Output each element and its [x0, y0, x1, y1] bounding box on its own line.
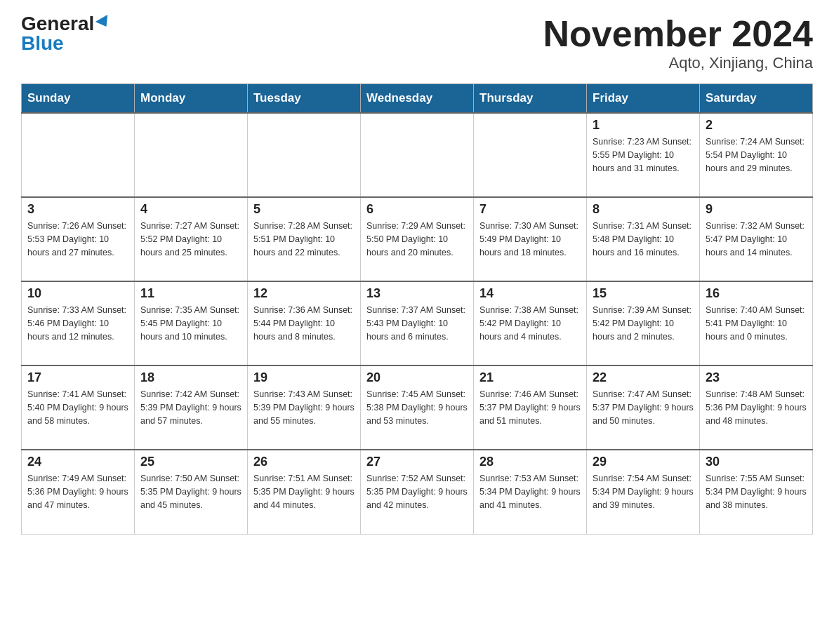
calendar-cell: 7Sunrise: 7:30 AM Sunset: 5:49 PM Daylig… [474, 197, 587, 281]
day-number: 7 [479, 202, 581, 217]
day-number: 11 [140, 286, 241, 301]
day-info: Sunrise: 7:42 AM Sunset: 5:39 PM Dayligh… [140, 388, 241, 427]
calendar-cell: 18Sunrise: 7:42 AM Sunset: 5:39 PM Dayli… [135, 365, 248, 450]
calendar-cell: 25Sunrise: 7:50 AM Sunset: 5:35 PM Dayli… [135, 450, 248, 534]
calendar-cell: 16Sunrise: 7:40 AM Sunset: 5:41 PM Dayli… [700, 281, 813, 365]
day-number: 23 [706, 370, 807, 385]
day-number: 9 [706, 202, 807, 217]
calendar-cell: 15Sunrise: 7:39 AM Sunset: 5:42 PM Dayli… [587, 281, 700, 365]
day-number: 26 [253, 455, 355, 469]
calendar-cell: 24Sunrise: 7:49 AM Sunset: 5:36 PM Dayli… [22, 450, 135, 534]
calendar-cell [22, 113, 135, 197]
calendar-cell: 19Sunrise: 7:43 AM Sunset: 5:39 PM Dayli… [248, 365, 361, 450]
day-number: 1 [593, 118, 694, 133]
calendar-cell: 29Sunrise: 7:54 AM Sunset: 5:34 PM Dayli… [587, 450, 700, 534]
day-number: 2 [706, 118, 807, 133]
calendar-cell: 8Sunrise: 7:31 AM Sunset: 5:48 PM Daylig… [587, 197, 700, 281]
day-number: 21 [479, 370, 581, 385]
day-info: Sunrise: 7:27 AM Sunset: 5:52 PM Dayligh… [140, 220, 241, 259]
day-info: Sunrise: 7:31 AM Sunset: 5:48 PM Dayligh… [593, 220, 694, 259]
calendar-cell: 17Sunrise: 7:41 AM Sunset: 5:40 PM Dayli… [22, 365, 135, 450]
day-info: Sunrise: 7:28 AM Sunset: 5:51 PM Dayligh… [253, 220, 355, 259]
day-number: 16 [706, 286, 807, 301]
calendar-title: November 2024 [543, 14, 813, 54]
day-number: 12 [253, 286, 355, 301]
calendar-week-row: 10Sunrise: 7:33 AM Sunset: 5:46 PM Dayli… [22, 281, 813, 365]
calendar-cell: 27Sunrise: 7:52 AM Sunset: 5:35 PM Dayli… [361, 450, 474, 534]
day-info: Sunrise: 7:36 AM Sunset: 5:44 PM Dayligh… [253, 304, 355, 343]
day-number: 22 [593, 370, 694, 385]
day-header-saturday: Saturday [700, 84, 813, 114]
logo-blue-text: Blue [21, 34, 64, 53]
day-info: Sunrise: 7:48 AM Sunset: 5:36 PM Dayligh… [706, 388, 807, 427]
day-number: 18 [140, 370, 241, 385]
day-info: Sunrise: 7:24 AM Sunset: 5:54 PM Dayligh… [706, 135, 807, 175]
day-info: Sunrise: 7:39 AM Sunset: 5:42 PM Dayligh… [593, 304, 694, 343]
calendar-cell [361, 113, 474, 197]
day-info: Sunrise: 7:40 AM Sunset: 5:41 PM Dayligh… [706, 304, 807, 343]
day-number: 29 [593, 455, 694, 469]
logo: General Blue [21, 14, 111, 53]
calendar-cell: 4Sunrise: 7:27 AM Sunset: 5:52 PM Daylig… [135, 197, 248, 281]
day-info: Sunrise: 7:43 AM Sunset: 5:39 PM Dayligh… [253, 388, 355, 427]
day-number: 4 [140, 202, 241, 217]
day-number: 14 [479, 286, 581, 301]
calendar-cell: 6Sunrise: 7:29 AM Sunset: 5:50 PM Daylig… [361, 197, 474, 281]
calendar-subtitle: Aqto, Xinjiang, China [543, 54, 813, 72]
day-info: Sunrise: 7:32 AM Sunset: 5:47 PM Dayligh… [706, 220, 807, 259]
day-header-wednesday: Wednesday [361, 84, 474, 114]
day-info: Sunrise: 7:51 AM Sunset: 5:35 PM Dayligh… [253, 472, 355, 511]
day-info: Sunrise: 7:50 AM Sunset: 5:35 PM Dayligh… [140, 472, 241, 511]
calendar-cell: 23Sunrise: 7:48 AM Sunset: 5:36 PM Dayli… [700, 365, 813, 450]
calendar-cell: 13Sunrise: 7:37 AM Sunset: 5:43 PM Dayli… [361, 281, 474, 365]
calendar-cell: 12Sunrise: 7:36 AM Sunset: 5:44 PM Dayli… [248, 281, 361, 365]
calendar-week-row: 1Sunrise: 7:23 AM Sunset: 5:55 PM Daylig… [22, 113, 813, 197]
day-info: Sunrise: 7:29 AM Sunset: 5:50 PM Dayligh… [366, 220, 468, 259]
calendar-cell: 2Sunrise: 7:24 AM Sunset: 5:54 PM Daylig… [700, 113, 813, 197]
calendar-cell [474, 113, 587, 197]
logo-triangle-icon [95, 15, 112, 30]
day-number: 5 [253, 202, 355, 217]
calendar-cell: 3Sunrise: 7:26 AM Sunset: 5:53 PM Daylig… [22, 197, 135, 281]
title-area: November 2024 Aqto, Xinjiang, China [543, 14, 813, 72]
day-number: 8 [593, 202, 694, 217]
day-number: 17 [27, 370, 128, 385]
day-number: 25 [140, 455, 241, 469]
day-info: Sunrise: 7:53 AM Sunset: 5:34 PM Dayligh… [479, 472, 581, 511]
day-number: 20 [366, 370, 468, 385]
day-number: 10 [27, 286, 128, 301]
calendar-cell: 11Sunrise: 7:35 AM Sunset: 5:45 PM Dayli… [135, 281, 248, 365]
day-info: Sunrise: 7:55 AM Sunset: 5:34 PM Dayligh… [706, 472, 807, 511]
day-number: 3 [27, 202, 128, 217]
day-number: 28 [479, 455, 581, 469]
day-info: Sunrise: 7:47 AM Sunset: 5:37 PM Dayligh… [593, 388, 694, 427]
day-info: Sunrise: 7:26 AM Sunset: 5:53 PM Dayligh… [27, 220, 128, 259]
calendar-cell: 22Sunrise: 7:47 AM Sunset: 5:37 PM Dayli… [587, 365, 700, 450]
day-info: Sunrise: 7:45 AM Sunset: 5:38 PM Dayligh… [366, 388, 468, 427]
calendar-cell: 14Sunrise: 7:38 AM Sunset: 5:42 PM Dayli… [474, 281, 587, 365]
calendar-cell: 30Sunrise: 7:55 AM Sunset: 5:34 PM Dayli… [700, 450, 813, 534]
calendar-week-row: 24Sunrise: 7:49 AM Sunset: 5:36 PM Dayli… [22, 450, 813, 534]
day-header-friday: Friday [587, 84, 700, 114]
calendar-cell: 10Sunrise: 7:33 AM Sunset: 5:46 PM Dayli… [22, 281, 135, 365]
calendar-cell: 5Sunrise: 7:28 AM Sunset: 5:51 PM Daylig… [248, 197, 361, 281]
day-info: Sunrise: 7:41 AM Sunset: 5:40 PM Dayligh… [27, 388, 128, 427]
day-header-monday: Monday [135, 84, 248, 114]
day-number: 6 [366, 202, 468, 217]
day-info: Sunrise: 7:30 AM Sunset: 5:49 PM Dayligh… [479, 220, 581, 259]
day-info: Sunrise: 7:37 AM Sunset: 5:43 PM Dayligh… [366, 304, 468, 343]
day-number: 19 [253, 370, 355, 385]
calendar-cell: 28Sunrise: 7:53 AM Sunset: 5:34 PM Dayli… [474, 450, 587, 534]
day-info: Sunrise: 7:33 AM Sunset: 5:46 PM Dayligh… [27, 304, 128, 343]
day-header-thursday: Thursday [474, 84, 587, 114]
day-info: Sunrise: 7:52 AM Sunset: 5:35 PM Dayligh… [366, 472, 468, 511]
day-number: 30 [706, 455, 807, 469]
calendar-cell: 20Sunrise: 7:45 AM Sunset: 5:38 PM Dayli… [361, 365, 474, 450]
calendar-week-row: 3Sunrise: 7:26 AM Sunset: 5:53 PM Daylig… [22, 197, 813, 281]
day-number: 15 [593, 286, 694, 301]
day-header-sunday: Sunday [22, 84, 135, 114]
day-info: Sunrise: 7:46 AM Sunset: 5:37 PM Dayligh… [479, 388, 581, 427]
day-info: Sunrise: 7:38 AM Sunset: 5:42 PM Dayligh… [479, 304, 581, 343]
day-info: Sunrise: 7:23 AM Sunset: 5:55 PM Dayligh… [593, 135, 694, 175]
calendar-table: SundayMondayTuesdayWednesdayThursdayFrid… [21, 83, 813, 535]
